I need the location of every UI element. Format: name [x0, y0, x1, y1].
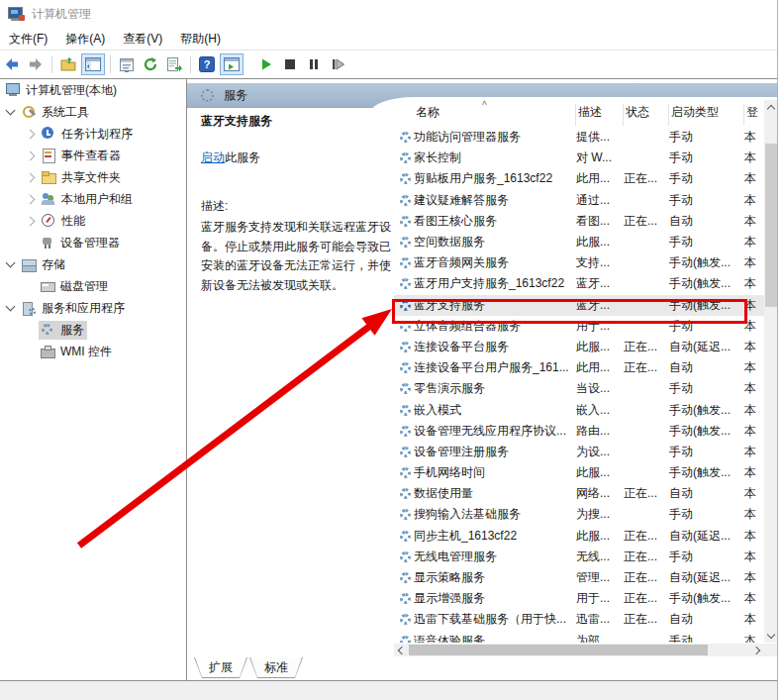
service-logon-as: 本 — [744, 127, 764, 148]
service-row[interactable]: 显示策略服务 管理... 正在... 自动(延迟... 本 — [394, 567, 764, 588]
expander-chevron-icon[interactable] — [26, 216, 36, 226]
tab-扩展[interactable]: 扩展 — [194, 657, 247, 678]
expander-chevron-icon[interactable] — [26, 129, 36, 139]
service-row[interactable]: 连接设备平台服务 此服... 正在... 自动(延迟... 本 — [394, 337, 764, 357]
service-row[interactable]: 搜狗输入法基础服务 为搜... 手动 本 — [394, 504, 764, 525]
service-name: 数据使用量 — [414, 483, 576, 504]
service-row[interactable]: 显示增强服务 用于... 正在... 手动(触发... 本 — [394, 588, 764, 609]
expander-chevron-icon[interactable] — [6, 106, 16, 116]
service-row[interactable]: 空间数据服务 此服... 手动 本 — [394, 232, 764, 252]
service-row[interactable]: 同步主机_1613cf22 此服... 正在... 自动(延迟... 本 — [394, 526, 764, 547]
sidebar-item-6[interactable]: 性能 — [24, 211, 88, 231]
menu-item-0[interactable]: 文件(F) — [0, 29, 56, 50]
vertical-scrollbar-thumb[interactable] — [765, 144, 777, 307]
sidebar-item-2[interactable]: 任务计划程序 — [24, 124, 136, 144]
sidebar-item-5[interactable]: 本地用户和组 — [24, 189, 136, 209]
service-row[interactable]: 看图王核心服务 看图... 正在... 自动 本 — [394, 211, 764, 232]
menu-item-1[interactable]: 操作(A) — [56, 29, 114, 50]
properties-button[interactable] — [116, 53, 138, 75]
column-header-1[interactable]: 描述 — [576, 104, 624, 126]
restart-service-button[interactable] — [327, 53, 348, 75]
back-button[interactable] — [1, 53, 23, 75]
service-row[interactable]: 手机网络时间 此服... 手动(触发... 本 — [394, 462, 764, 483]
help-button[interactable]: ? — [196, 53, 218, 75]
expander-chevron-icon[interactable] — [6, 258, 16, 268]
service-row[interactable]: 连接设备平台用户服务_161... 此用... 正在... 自动 本 — [394, 357, 764, 378]
sidebar-item-11[interactable]: 服务 — [24, 320, 87, 340]
service-gear-icon — [394, 362, 414, 373]
service-name: 显示增强服务 — [414, 588, 576, 609]
sidebar-item-12[interactable]: WMI 控件 — [24, 342, 115, 361]
stop-service-button[interactable] — [279, 53, 301, 75]
sidebar-item-10[interactable]: 服务和应用程序 — [4, 298, 128, 318]
service-row[interactable]: 迅雷下载基础服务（用于快... 迅雷... 正在... 自动 本 — [394, 609, 764, 630]
window-right-border — [777, 0, 778, 700]
start-service-button[interactable] — [255, 53, 277, 75]
service-row[interactable]: 语音体验服务 为部... 手动 本 — [394, 631, 764, 644]
scroll-down-icon[interactable] — [764, 629, 778, 643]
sort-ascending-indicator: ^ — [482, 100, 487, 111]
expander-chevron-icon[interactable] — [26, 194, 36, 204]
scroll-left-icon[interactable] — [394, 644, 407, 656]
service-description: 对 W... — [576, 148, 624, 168]
vertical-scrollbar[interactable] — [764, 100, 778, 643]
show-extended-view-button[interactable] — [220, 53, 244, 75]
scroll-right-icon[interactable] — [751, 644, 764, 656]
service-row[interactable]: 嵌入模式 嵌入... 手动(触发... 本 — [394, 399, 764, 420]
service-startup-type: 手动(触发... — [669, 400, 744, 421]
horizontal-scrollbar-thumb[interactable] — [409, 645, 708, 655]
disk-management-icon — [40, 278, 55, 294]
service-description: 此用... — [576, 168, 624, 189]
service-startup-type: 手动 — [669, 442, 744, 462]
forward-button[interactable] — [25, 53, 47, 75]
horizontal-scrollbar[interactable] — [394, 644, 764, 656]
pause-service-button[interactable] — [303, 53, 325, 75]
shared-folders-icon — [41, 169, 56, 185]
service-status: 正在... — [624, 588, 669, 609]
column-header-3[interactable]: 启动类型 — [669, 104, 744, 126]
sidebar-item-7[interactable]: 设备管理器 — [24, 233, 123, 252]
column-header-2[interactable]: 状态 — [624, 104, 669, 126]
service-status: 正在... — [624, 211, 669, 232]
service-row[interactable]: 蓝牙支持服务 蓝牙... 手动(触发... 本 — [394, 295, 764, 316]
refresh-button[interactable] — [140, 53, 161, 75]
local-users-icon — [41, 191, 56, 207]
start-service-link[interactable]: 启动 — [201, 150, 225, 164]
open-icon[interactable] — [57, 53, 79, 75]
sidebar-item-9[interactable]: 磁盘管理 — [24, 276, 111, 296]
service-logon-as: 本 — [744, 211, 764, 232]
column-header-0[interactable]: 名称 — [414, 104, 576, 126]
service-row[interactable]: 家长控制 对 W... 手动 本 — [394, 148, 764, 168]
sidebar-item-0[interactable]: 计算机管理(本地) — [4, 80, 120, 100]
menu-item-2[interactable]: 查看(V) — [114, 29, 171, 50]
sidebar-item-3[interactable]: 事件查看器 — [24, 146, 124, 165]
show-console-tree-button[interactable] — [81, 53, 105, 75]
service-row[interactable]: 蓝牙音频网关服务 支持... 手动(触发... 本 — [394, 252, 764, 273]
service-startup-type: 手动 — [669, 168, 744, 189]
service-row[interactable]: 立体音频组合器服务 用于... 手动 本 — [394, 316, 764, 337]
service-startup-type: 手动 — [669, 127, 744, 148]
service-row[interactable]: 功能访问管理器服务 提供... 手动 本 — [394, 127, 764, 148]
column-header-4[interactable]: 登 — [744, 104, 764, 126]
expander-chevron-icon[interactable] — [26, 172, 36, 182]
service-row[interactable]: 无线电管理服务 无线... 正在... 手动 本 — [394, 547, 764, 567]
service-gear-icon — [394, 488, 414, 499]
export-list-button[interactable] — [163, 53, 185, 75]
service-row[interactable]: 剪贴板用户服务_1613cf22 此用... 正在... 手动 本 — [394, 168, 764, 189]
menu-item-3[interactable]: 帮助(H) — [171, 29, 230, 50]
scroll-up-icon[interactable] — [764, 100, 778, 114]
service-row[interactable]: 数据使用量 网络... 正在... 自动 本 — [394, 483, 764, 504]
sidebar-item-8[interactable]: 存储 — [4, 254, 68, 274]
service-row[interactable]: 蓝牙用户支持服务_1613cf22 蓝牙... 手动(触发... 本 — [394, 273, 764, 294]
service-row[interactable]: 设备管理无线应用程序协议... 路由... 手动(触发... 本 — [394, 421, 764, 442]
expander-chevron-icon[interactable] — [6, 302, 16, 312]
status-bar — [0, 681, 777, 700]
tab-标准[interactable]: 标准 — [249, 657, 303, 678]
sidebar-item-4[interactable]: 共享文件夹 — [24, 167, 124, 187]
sidebar-item-1[interactable]: 系统工具 — [4, 102, 92, 122]
service-row[interactable]: 建议疑难解答服务 通过... 手动 本 — [394, 190, 764, 211]
service-row[interactable]: 零售演示服务 当设... 手动 本 — [394, 378, 764, 399]
expander-chevron-icon[interactable] — [26, 150, 36, 160]
service-row[interactable]: 设备管理注册服务 为设... 手动 本 — [394, 442, 764, 462]
service-name: 建议疑难解答服务 — [414, 190, 576, 211]
